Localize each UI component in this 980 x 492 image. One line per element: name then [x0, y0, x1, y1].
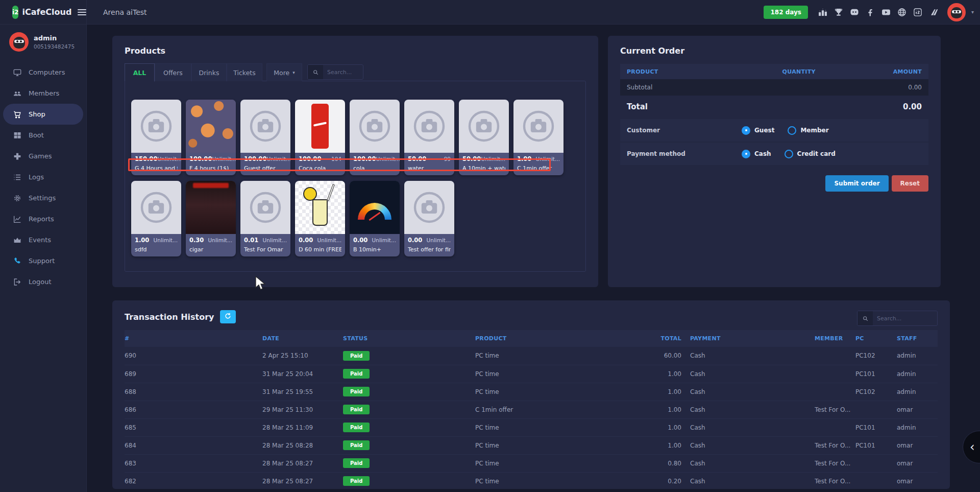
- cell-product: PC time: [475, 347, 628, 365]
- sidebar-item-reports[interactable]: Reports: [0, 208, 86, 229]
- product-name: water: [408, 165, 451, 175]
- tab-all[interactable]: ALL: [125, 63, 155, 82]
- caret-down-icon: ▾: [292, 70, 295, 75]
- product-stock: 99: [444, 156, 451, 162]
- product-card-footer: 1.00Unlimit...sdfd: [131, 234, 181, 256]
- cell-payment: Cash: [681, 383, 815, 401]
- product-card-footer: 150.00Unlimit...G 4 Hours and f...: [131, 153, 181, 175]
- transaction-row-685: 68528 Mar 25 11:09PaidPC time1.00CashPC1…: [125, 418, 938, 436]
- product-card-water[interactable]: 50.0099water: [404, 100, 454, 175]
- customer-option-guest[interactable]: Guest: [742, 126, 774, 135]
- chart-icon: [13, 215, 22, 224]
- cell-member: [815, 365, 855, 383]
- product-card-sdfd[interactable]: 1.00Unlimit...sdfd: [131, 181, 181, 256]
- status-cell: Paid: [343, 418, 475, 436]
- reset-button[interactable]: Reset: [892, 175, 928, 192]
- tab-label: ALL: [133, 69, 146, 77]
- cell-payment: Cash: [681, 401, 815, 418]
- column-header-product: PRODUCT: [475, 330, 628, 347]
- status-cell: Paid: [343, 436, 475, 454]
- cell-product: PC time: [475, 436, 628, 454]
- product-card-f-4-hours-1[interactable]: 100.00Unlimit...F 4 hours (1$): [186, 100, 236, 175]
- product-name: cola: [353, 165, 396, 175]
- transaction-row-690: 6902 Apr 25 15:10PaidPC time60.00CashPC1…: [125, 347, 938, 365]
- tab-offers[interactable]: Offers: [155, 63, 191, 81]
- payment-method-row: Payment method CashCredit card: [620, 143, 928, 165]
- transaction-history-header: Transaction History: [125, 309, 938, 325]
- sidebar-user-block[interactable]: admin 005193482475: [0, 25, 86, 58]
- cell-date: 29 Mar 25 11:30: [262, 401, 343, 418]
- payment-option-cash[interactable]: Cash: [742, 150, 771, 158]
- products-search-input[interactable]: [323, 65, 363, 79]
- products-tabs: ALLOffersDrinksTicketsMore▾: [125, 63, 586, 81]
- product-card-c-1min-offer[interactable]: 1.00Unlimit...C 1min offer: [513, 100, 564, 175]
- product-name: Test offer for fir...: [408, 246, 451, 256]
- sidebar-item-boot[interactable]: Boot: [0, 125, 86, 146]
- order-actions: Submit order Reset: [620, 175, 928, 192]
- chevron-down-icon[interactable]: ▾: [971, 9, 974, 15]
- submit-order-button[interactable]: Submit order: [825, 175, 888, 192]
- sidebar-item-settings[interactable]: Settings: [0, 188, 86, 208]
- sidebar-item-games[interactable]: Games: [0, 146, 86, 167]
- user-avatar[interactable]: [947, 3, 966, 21]
- cell-product: PC time: [475, 472, 628, 489]
- layers-icon[interactable]: [928, 7, 939, 17]
- tab-drinks[interactable]: Drinks: [191, 63, 227, 81]
- tab-more[interactable]: More▾: [266, 63, 302, 81]
- discord-icon[interactable]: [849, 7, 860, 17]
- credit-card-radio[interactable]: [785, 150, 793, 158]
- product-card-guest-offer[interactable]: 100.00Unlimit...Guest offer: [240, 100, 290, 175]
- product-stock: Unlimit...: [376, 156, 400, 162]
- product-card-test-offer-for-fir[interactable]: 0.00Unlimit...Test offer for fir...: [404, 181, 454, 256]
- transactions-search-input[interactable]: [873, 311, 937, 325]
- sidebar-item-shop[interactable]: Shop: [3, 104, 83, 125]
- cell-pc: [855, 454, 897, 472]
- cell-product: C 1min offer: [475, 401, 628, 418]
- sidebar-item-support[interactable]: Support: [0, 250, 86, 271]
- customer-option-member[interactable]: Member: [788, 126, 828, 135]
- globe-icon[interactable]: [897, 7, 907, 17]
- tab-tickets[interactable]: Tickets: [227, 63, 262, 81]
- member-radio[interactable]: [788, 126, 796, 135]
- trophy-icon[interactable]: [834, 7, 844, 17]
- facebook-icon[interactable]: [865, 7, 875, 17]
- ranking-icon[interactable]: [818, 7, 828, 17]
- hamburger-menu-icon[interactable]: [78, 8, 86, 17]
- windows-icon: [13, 131, 22, 140]
- cash-radio[interactable]: [742, 150, 750, 158]
- product-stock: Unlimit...: [427, 237, 451, 243]
- cell-member: Test For O...: [815, 401, 855, 418]
- total-label: Total: [627, 102, 648, 111]
- sidebar-item-logout[interactable]: Logout: [0, 271, 86, 292]
- product-price: 50.00: [408, 155, 426, 162]
- license-days-badge[interactable]: 182 days: [764, 6, 808, 19]
- product-price: 0.00: [408, 237, 422, 244]
- cell-payment: Cash: [681, 365, 815, 383]
- product-stock: Unlimit...: [263, 237, 287, 243]
- sidebar-item-events[interactable]: Events: [0, 229, 86, 250]
- status-cell: Paid: [343, 365, 475, 383]
- sidebar-item-logs[interactable]: Logs: [0, 167, 86, 188]
- product-card-cigar[interactable]: 0.30Unlimit...cigar: [186, 181, 236, 256]
- sidebar-item-computers[interactable]: Computers: [0, 62, 86, 83]
- product-card-b-10min[interactable]: 0.00Unlimit...B 10min+: [350, 181, 400, 256]
- product-card-a-10min-water[interactable]: 50.00Unlimit...A 10min + water: [459, 100, 509, 175]
- sidebar-item-members[interactable]: Members: [0, 83, 86, 104]
- cell-product: PC time: [475, 418, 628, 436]
- product-card-footer: 0.00Unlimit...Test offer for fir...: [404, 234, 454, 256]
- icafecloud-icon[interactable]: [913, 7, 923, 17]
- refresh-button[interactable]: [220, 310, 236, 323]
- product-stock: Unlimit...: [154, 237, 178, 243]
- youtube-icon[interactable]: [881, 7, 891, 17]
- product-card-test-for-omar[interactable]: 0.01Unlimit...Test For Omar: [240, 181, 290, 256]
- product-card-g-4-hours-and-f[interactable]: 150.00Unlimit...G 4 Hours and f...: [131, 100, 181, 175]
- cell-date: 28 Mar 25 08:27: [262, 454, 343, 472]
- product-card-footer: 0.00Unlimit...B 10min+: [350, 234, 400, 256]
- guest-radio[interactable]: [742, 126, 750, 135]
- payment-option-credit-card[interactable]: Credit card: [785, 150, 836, 158]
- gear-icon: [13, 194, 22, 203]
- product-card-cola[interactable]: 100.00Unlimit...cola: [350, 100, 400, 175]
- product-card-coca-cola[interactable]: 100.00104Coca cola: [295, 100, 345, 175]
- product-card-d-60-min-free[interactable]: 0.00Unlimit...D 60 min (FREE): [295, 181, 345, 256]
- cell-number: 685: [125, 418, 262, 436]
